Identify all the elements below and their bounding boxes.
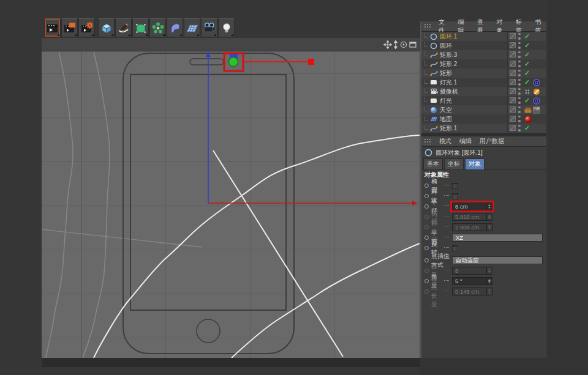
object-name[interactable]: 地面 [440, 115, 452, 124]
keyframe-circle-icon[interactable] [424, 204, 429, 209]
subdivision-surface-icon[interactable] [132, 18, 149, 37]
object-row[interactable]: 圆环 ✓ [421, 41, 546, 50]
object-name[interactable]: 灯光 [440, 97, 452, 105]
visibility-dots-icon[interactable] [518, 51, 521, 58]
object-row[interactable]: 矩形.1 ✓ [421, 124, 546, 133]
render-view-icon[interactable] [44, 18, 61, 37]
enabled-check-icon[interactable]: ✓ [524, 125, 530, 132]
tab-coordinates[interactable]: 坐标 [444, 158, 464, 170]
enabled-check-icon[interactable]: ✓ [524, 70, 530, 76]
object-name[interactable]: 矩形.1 [440, 124, 457, 133]
keyframe-circle-icon[interactable] [424, 279, 429, 283]
texture-tag-icon[interactable] [533, 106, 540, 115]
pan-icon[interactable] [383, 40, 392, 49]
ellipse-checkbox[interactable] [452, 183, 458, 189]
enabled-check-icon[interactable]: ✓ [524, 61, 530, 67]
enabled-check-icon[interactable]: ✓ [524, 33, 530, 40]
toggle-view-icon[interactable] [409, 40, 417, 49]
enabled-check-icon[interactable]: ✓ [524, 51, 530, 58]
zoom-icon[interactable] [391, 40, 400, 49]
rotate-icon[interactable] [399, 40, 408, 49]
enabled-check-icon[interactable]: ✓ [524, 79, 530, 86]
floor-environment-icon[interactable] [184, 18, 200, 37]
render-settings-icon[interactable] [78, 18, 95, 37]
object-name[interactable]: 灯光.1 [440, 78, 457, 87]
visibility-dots-icon[interactable] [518, 33, 521, 40]
interpolation-dropdown[interactable]: 自动适应 [452, 256, 543, 264]
tab-object[interactable]: 对象 [465, 158, 484, 170]
angle-input[interactable]: 5 ° [452, 277, 492, 285]
object-name[interactable]: 矩形.2 [440, 60, 457, 69]
target-tag-icon[interactable] [533, 79, 540, 87]
visibility-dots-icon[interactable] [518, 125, 521, 132]
visibility-dots-icon[interactable] [518, 42, 521, 49]
object-row[interactable]: 矩形 ✓ [421, 69, 546, 78]
layer-chip-icon[interactable] [510, 106, 516, 113]
enabled-check-icon[interactable]: ✓ [524, 42, 530, 49]
object-name[interactable]: 矩形.3 [440, 51, 457, 59]
layer-chip-icon[interactable] [510, 61, 516, 67]
object-name[interactable]: 圆环.1 [440, 32, 457, 41]
tab-basic[interactable]: 基本 [423, 158, 443, 170]
ring-checkbox[interactable] [452, 193, 458, 199]
visibility-dots-icon[interactable] [518, 88, 521, 95]
deformer-icon[interactable] [167, 18, 183, 37]
menu-mode[interactable]: 模式 [439, 137, 451, 146]
render-region-icon[interactable] [61, 18, 78, 37]
keyframe-circle-icon[interactable] [424, 236, 429, 240]
camera-icon[interactable] [201, 18, 217, 37]
layer-chip-icon[interactable] [510, 42, 516, 48]
layer-chip-icon[interactable] [510, 116, 516, 122]
layer-chip-icon[interactable] [510, 88, 516, 94]
keyframe-circle-icon[interactable] [424, 258, 429, 262]
object-row[interactable]: 矩形.3 ✓ [421, 50, 546, 59]
keyframe-circle-icon[interactable] [424, 184, 429, 188]
layer-chip-icon[interactable] [510, 97, 516, 103]
menu-user-data[interactable]: 用户数据 [480, 137, 504, 146]
reverse-checkbox[interactable] [452, 245, 458, 251]
object-row[interactable]: 灯光 ✓ [421, 96, 546, 105]
stepper-icon[interactable] [486, 278, 492, 284]
ring-object[interactable] [229, 58, 238, 67]
spline-pen-icon[interactable] [115, 18, 132, 37]
keyframe-circle-icon[interactable] [424, 246, 429, 250]
plane-dropdown[interactable]: XZ [452, 234, 543, 242]
object-row[interactable]: 圆环.1 ✓ [421, 32, 546, 41]
red-handle-square[interactable] [308, 59, 314, 65]
light-icon[interactable] [218, 18, 235, 37]
object-name[interactable]: 天空 [440, 106, 452, 114]
object-row[interactable]: 灯光.1 ✓ [421, 78, 546, 87]
render-dots-icon[interactable] [524, 88, 530, 97]
radius-input[interactable]: 6 cm [452, 202, 492, 210]
array-generator-icon[interactable] [149, 18, 166, 37]
layer-chip-icon[interactable] [510, 70, 516, 76]
object-row[interactable]: 摄像机 [421, 87, 546, 96]
viewport-canvas[interactable] [42, 51, 420, 358]
object-name[interactable]: 摄像机 [440, 87, 458, 96]
compositing-tag-icon[interactable] [524, 106, 532, 115]
visibility-dots-icon[interactable] [518, 97, 521, 104]
panel-grip-icon[interactable] [424, 23, 431, 29]
protection-tag-icon[interactable] [533, 88, 540, 97]
object-row[interactable]: 地面 [421, 114, 546, 124]
visibility-dots-icon[interactable] [518, 106, 521, 113]
stepper-icon[interactable] [486, 203, 492, 210]
visibility-dots-icon[interactable] [518, 70, 521, 76]
visibility-dots-icon[interactable] [518, 61, 521, 67]
layer-chip-icon[interactable] [510, 51, 516, 58]
menu-am-edit[interactable]: 编辑 [459, 137, 472, 146]
object-name[interactable]: 圆环 [440, 42, 452, 50]
target-tag-icon[interactable] [533, 97, 540, 106]
visibility-dots-icon[interactable] [518, 79, 521, 86]
object-name[interactable]: 矩形 [440, 69, 452, 78]
layer-chip-icon[interactable] [510, 79, 516, 85]
object-row[interactable]: 天空 [421, 105, 546, 114]
layer-chip-icon[interactable] [510, 125, 516, 131]
layer-chip-icon[interactable] [510, 33, 516, 39]
panel-grip-icon[interactable] [424, 138, 431, 144]
enabled-check-icon[interactable]: ✓ [524, 97, 530, 104]
visibility-dots-icon[interactable] [518, 116, 521, 122]
object-row[interactable]: 矩形.2 ✓ [421, 59, 546, 69]
cube-primitive-icon[interactable] [98, 18, 115, 37]
keyframe-circle-icon[interactable] [424, 194, 429, 198]
